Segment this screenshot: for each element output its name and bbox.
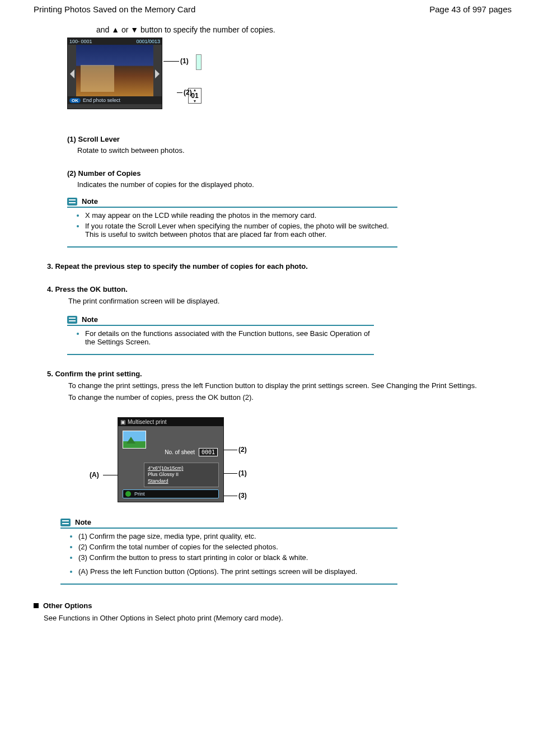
note-3-bullet: (A) Press the left Function button (Opti… (78, 567, 396, 576)
step-3-title: 3. Repeat the previous step to specify t… (47, 262, 517, 270)
lcd2-sheets-label: No. of sheet (165, 449, 195, 455)
lcd1-top-left: 100- 0001 (69, 39, 92, 44)
step-5-p1: To change the print settings, press the … (68, 381, 517, 390)
note-icon (67, 316, 77, 324)
lcd2-line-2: Plus Glossy II (148, 472, 215, 478)
lcd1-top-right: 0001/0013 (136, 39, 160, 44)
callout-3b: (3) (238, 492, 247, 500)
callout-A: (A) (90, 471, 99, 479)
memory-card-icon: ▣ (120, 419, 125, 425)
print-color-icon (125, 491, 131, 497)
page-counter: Page 43 of 997 pages (429, 4, 517, 14)
note-3-bullet: (1) Confirm the page size, media type, p… (78, 532, 396, 540)
lcd2-line-3: Standard (148, 478, 215, 484)
lcd-photo-select: 100- 0001 0001/0013 OK End photo select … (67, 38, 517, 122)
note-icon (67, 198, 77, 206)
step-4: 4. Press the OK button. The print confir… (47, 285, 517, 305)
lcd2-footer-text: Print (134, 491, 145, 497)
other-options-body: See Functions in Other Options in Select… (44, 613, 517, 623)
note-2-bullet: For details on the functions associated … (85, 329, 373, 346)
step-5-title: 5. Confirm the print setting. (47, 370, 517, 378)
lcd1-right-arrow-icon (155, 69, 160, 78)
lcd2-line-1: 4"x6"(10x15cm) (148, 465, 215, 472)
section-2-body: Indicates the number of copies for the d… (77, 180, 517, 190)
lcd1-left-arrow-icon (70, 69, 74, 78)
note-icon (60, 519, 71, 526)
callout-2: (2) (184, 88, 192, 96)
ok-badge: OK (69, 98, 81, 103)
square-bullet-icon (34, 603, 39, 608)
lcd2-settings: 4"x6"(10x15cm) Plus Glossy II Standard (144, 463, 219, 487)
section-2-heading: (2) Number of Copies (67, 169, 517, 178)
lcd1-photo (76, 45, 153, 96)
note-3: Note (1) Confirm the page size, media ty… (60, 518, 397, 585)
scroll-lever-icon (196, 54, 202, 70)
lcd-confirm: (A) ▣ Multiselect print No. of sheet 000… (90, 417, 257, 512)
arrow-instruction: and ▲ or ▼ button to specify the number … (96, 25, 517, 34)
lcd2-title: Multiselect print (128, 419, 166, 425)
callout-1: (1) (180, 57, 189, 65)
step-4-title: 4. Press the OK button. (47, 285, 517, 293)
lcd2-sheets-value: 0001 (199, 448, 218, 456)
note-1: Note X may appear on the LCD while readi… (67, 197, 397, 248)
note-3-bullet: (2) Confirm the total number of copies f… (78, 543, 396, 551)
note-1-bullet: If you rotate the Scroll Lever when spec… (85, 222, 396, 239)
step-5: 5. Confirm the print setting. To change … (47, 370, 517, 402)
page-header: Printing Photos Saved on the Memory Card… (34, 4, 517, 14)
callout-1b: (1) (238, 469, 247, 477)
note-2: Note For details on the functions associ… (67, 315, 374, 355)
note-2-title: Note (82, 315, 98, 324)
section-1-heading: (1) Scroll Lever (67, 135, 517, 143)
note-3-bullet: (3) Confirm the button to press to start… (78, 553, 396, 562)
note-1-title: Note (82, 197, 98, 206)
step-5-p2: To change the number of copies, press th… (68, 393, 517, 402)
callout-2b: (2) (238, 446, 247, 454)
section-1-body: Rotate to switch between photos. (77, 146, 517, 156)
note-1-bullet: X may appear on the LCD while reading th… (85, 211, 396, 220)
step-3: 3. Repeat the previous step to specify t… (47, 262, 517, 270)
lcd1-bottom-text: End photo select (83, 97, 120, 103)
other-options-heading: Other Options (34, 601, 517, 610)
step-4-body: The print confirmation screen will be di… (68, 297, 517, 305)
note-3-title: Note (75, 518, 91, 526)
copies-down-icon: ▼ (189, 100, 201, 103)
doc-title: Printing Photos Saved on the Memory Card (34, 4, 195, 14)
lcd2-thumb-icon (123, 431, 146, 449)
